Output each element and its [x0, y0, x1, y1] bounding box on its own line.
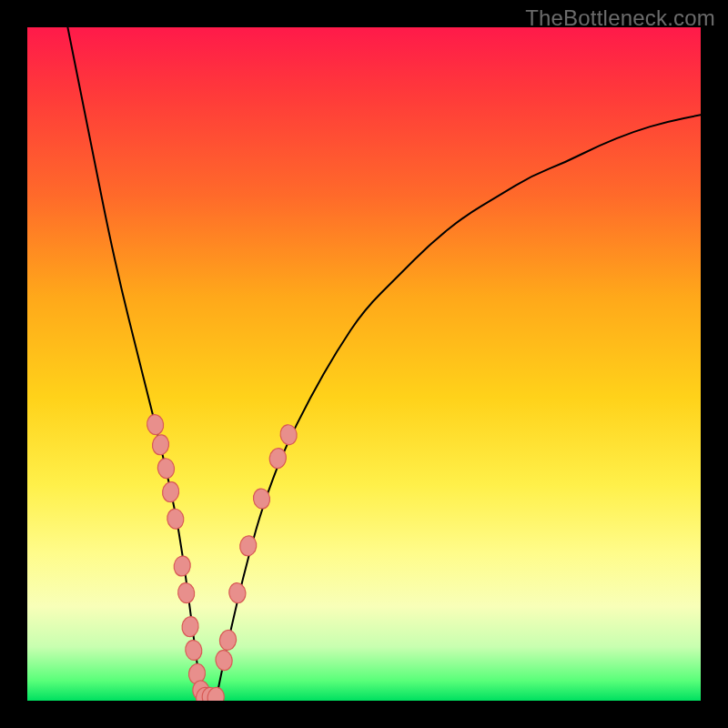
data-marker: [181, 615, 200, 637]
data-marker: [146, 413, 165, 435]
data-marker: [187, 662, 207, 684]
data-marker: [238, 535, 258, 557]
data-marker: [184, 639, 203, 661]
data-marker: [215, 649, 234, 671]
data-marker: [161, 480, 180, 502]
data-marker: [228, 581, 247, 603]
curve-left-branch: [67, 27, 202, 701]
data-marker: [268, 447, 288, 469]
data-marker: [218, 629, 238, 651]
data-marker: [201, 686, 220, 701]
watermark-text: TheBottleneck.com: [525, 5, 715, 31]
curve-svg: [27, 27, 701, 701]
data-marker: [166, 508, 185, 530]
data-marker: [177, 581, 196, 603]
curve-markers: [146, 413, 298, 701]
chart-frame: TheBottleneck.com: [0, 0, 728, 728]
data-marker: [252, 488, 271, 510]
data-marker: [207, 686, 226, 701]
data-marker: [157, 458, 176, 480]
data-marker: [151, 434, 170, 456]
data-marker: [195, 686, 214, 701]
plot-area: [27, 27, 701, 701]
data-marker: [173, 555, 192, 577]
data-marker: [279, 424, 298, 446]
curve-right-branch: [216, 115, 701, 701]
data-marker: [191, 680, 210, 701]
